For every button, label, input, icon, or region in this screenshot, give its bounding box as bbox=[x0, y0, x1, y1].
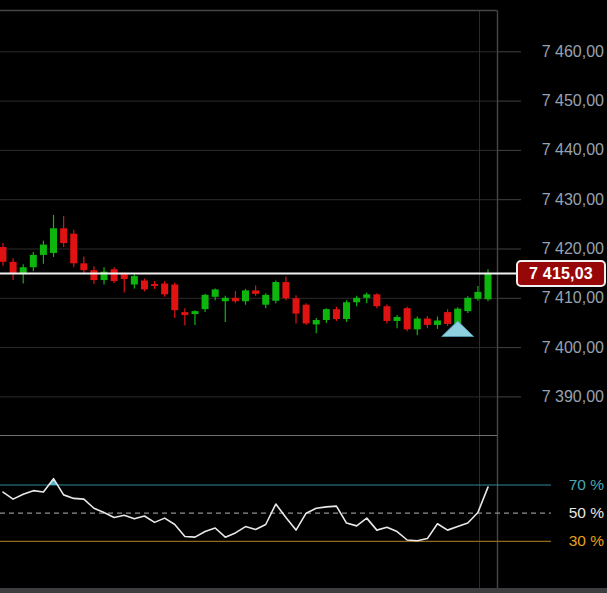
candle-body bbox=[70, 234, 77, 264]
candle-body bbox=[303, 305, 310, 324]
last-price-value: 7 415,03 bbox=[529, 265, 593, 283]
candle-body bbox=[181, 312, 188, 315]
candle-body bbox=[484, 273, 491, 299]
candle-body bbox=[363, 294, 370, 297]
candle-body bbox=[141, 281, 148, 290]
oscillator-overbought-fill bbox=[3, 479, 488, 593]
candle-body bbox=[202, 295, 209, 309]
candle-body bbox=[282, 282, 289, 298]
candle-body bbox=[60, 228, 67, 243]
candle-body bbox=[111, 269, 118, 281]
candle-body bbox=[30, 255, 37, 267]
price-axis-label: 7 460,00 bbox=[542, 41, 604, 63]
candle-body bbox=[171, 284, 178, 310]
candle-body bbox=[90, 270, 97, 280]
candle-body bbox=[40, 245, 47, 255]
candle-body bbox=[474, 292, 481, 299]
candle-body bbox=[191, 311, 198, 314]
candle-body bbox=[212, 289, 219, 296]
candle-body bbox=[151, 284, 158, 286]
candle-body bbox=[444, 312, 451, 324]
candle-body bbox=[404, 308, 411, 329]
price-axis-label: 7 430,00 bbox=[542, 189, 604, 211]
candle-body bbox=[464, 298, 471, 311]
candle-body bbox=[424, 319, 431, 325]
candle-body bbox=[222, 298, 229, 301]
price-axis-label: 7 440,00 bbox=[542, 139, 604, 161]
candle-body bbox=[394, 317, 401, 321]
candle-body bbox=[242, 290, 249, 301]
oscillator-level-label: 70 % bbox=[569, 474, 604, 496]
oscillator-level-label: 50 % bbox=[569, 502, 604, 524]
candle-body bbox=[272, 282, 279, 301]
candle-body bbox=[414, 319, 421, 330]
chart-canvas[interactable] bbox=[0, 0, 607, 593]
candle-body bbox=[333, 309, 340, 319]
bottom-edge-bar bbox=[0, 588, 607, 593]
oscillator-line bbox=[3, 479, 488, 541]
price-axis-label: 7 410,00 bbox=[542, 287, 604, 309]
oscillator-level-label: 30 % bbox=[569, 530, 604, 552]
candle-body bbox=[50, 228, 57, 253]
candle-body bbox=[262, 295, 269, 305]
candle-body bbox=[343, 302, 350, 319]
price-axis-label: 7 400,00 bbox=[542, 337, 604, 359]
candle-body bbox=[80, 263, 87, 270]
candle-body bbox=[323, 309, 330, 320]
candle-body bbox=[0, 247, 7, 262]
candle-body bbox=[121, 274, 128, 279]
candle-body bbox=[353, 298, 360, 302]
candle-body bbox=[434, 320, 441, 324]
price-axis-label: 7 420,00 bbox=[542, 238, 604, 260]
candle-body bbox=[293, 298, 300, 313]
candle-body bbox=[383, 306, 390, 321]
candle-body bbox=[313, 320, 320, 324]
candle-body bbox=[161, 284, 168, 295]
candle-body bbox=[252, 290, 259, 293]
price-axis-label: 7 390,00 bbox=[542, 386, 604, 408]
trading-chart-window: 7 460,007 450,007 440,007 430,007 420,00… bbox=[0, 0, 607, 593]
candles bbox=[0, 215, 491, 335]
candle-body bbox=[373, 294, 380, 306]
candle-body bbox=[10, 262, 17, 274]
candle-body bbox=[131, 276, 138, 284]
candle-body bbox=[232, 298, 239, 301]
price-axis-label: 7 450,00 bbox=[542, 90, 604, 112]
last-price-tag: 7 415,03 bbox=[516, 260, 606, 287]
